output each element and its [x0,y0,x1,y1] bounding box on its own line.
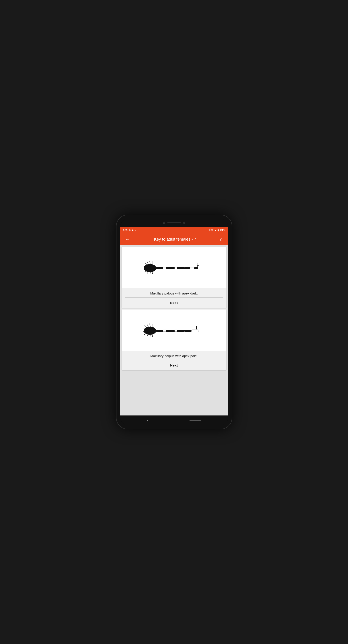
system-home-pill[interactable] [190,420,201,421]
card-apex-dark: Maxillary palpus with apex dark. Next [122,247,226,308]
svg-line-27 [147,334,148,336]
palpus-pale-illustration [141,321,208,339]
svg-point-19 [144,327,156,335]
bottom-nav: ‹ [120,416,228,425]
svg-rect-32 [175,330,177,332]
card-dark-next-button[interactable]: Next [125,298,223,308]
svg-rect-16 [194,267,198,269]
card-dark-description: Maxillary palpus with apex dark. [125,291,223,298]
svg-line-1 [145,263,147,266]
svg-line-22 [150,324,150,327]
speaker-grille [167,222,181,224]
app-header: ← Key to adult females - 7 ⌂ [120,234,228,245]
system-back-button[interactable]: ‹ [147,418,148,422]
camera-lens-left [163,222,165,224]
phone-frame: 6:39 ⊙ ▶ • LTE ▲ ▮ 100% ← Key to adult f… [116,215,232,429]
status-left: 6:39 ⊙ ▶ • [123,229,136,232]
card-dark-image-area [122,247,226,288]
svg-line-10 [152,272,153,274]
signal-icon: ▲ [214,229,217,232]
svg-rect-15 [190,267,194,269]
svg-rect-34 [192,330,199,332]
svg-rect-33 [185,330,192,332]
status-bar: 6:39 ⊙ ▶ • LTE ▲ ▮ 100% [120,227,228,234]
svg-line-9 [150,272,150,275]
svg-line-29 [152,334,153,337]
svg-rect-31 [163,330,166,332]
back-button[interactable]: ← [124,234,132,244]
phone-top-hardware [120,219,228,227]
svg-marker-18 [197,266,199,267]
svg-marker-36 [196,328,197,330]
card-apex-pale: Maxillary palpus with apex pale. Next [122,310,226,370]
youtube-icon: ▶ [132,229,134,231]
status-right: LTE ▲ ▮ 100% [209,229,226,232]
svg-point-0 [144,264,156,272]
page-title: Key to adult females - 7 [132,237,218,242]
home-button[interactable]: ⌂ [218,235,224,244]
network-type: LTE [209,229,213,232]
card-dark-info: Maxillary palpus with apex dark. Next [122,288,226,308]
phone-screen: 6:39 ⊙ ▶ • LTE ▲ ▮ 100% ← Key to adult f… [120,219,228,425]
svg-rect-30 [156,330,185,332]
svg-line-2 [147,262,149,264]
card-pale-image-area [122,310,226,351]
svg-rect-13 [175,267,177,269]
main-content: Maxillary palpus with apex dark. Next [120,245,228,416]
card-pale-next-button[interactable]: Next [125,360,223,370]
palpus-dark-illustration [141,259,208,276]
svg-line-20 [145,325,147,328]
camera-area [163,222,185,224]
card-pale-info: Maxillary palpus with apex pale. Next [122,351,226,370]
svg-line-28 [150,335,150,338]
notification-dot: • [135,229,136,232]
svg-line-21 [147,324,149,327]
pocket-icon: ⊙ [129,229,131,231]
camera-lens-right [183,222,185,224]
battery-icon: ▮ [218,229,219,232]
svg-rect-11 [156,267,185,269]
time-display: 6:39 [123,229,128,232]
svg-line-3 [150,261,150,264]
battery-percent: 100% [220,229,226,232]
card-pale-description: Maxillary palpus with apex pale. [125,354,223,360]
svg-rect-12 [163,267,166,269]
svg-line-8 [147,272,148,274]
